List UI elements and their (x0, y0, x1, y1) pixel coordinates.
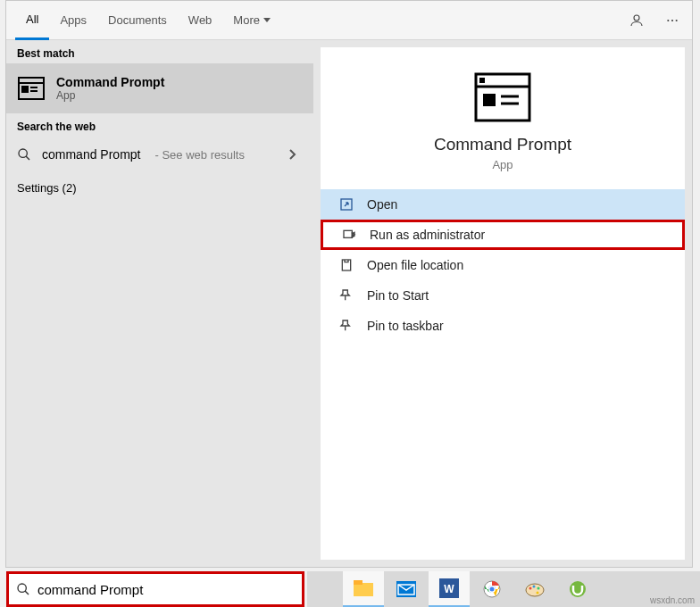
tabs-right-controls (626, 10, 683, 31)
taskbar-mail-icon[interactable] (386, 571, 427, 607)
svg-point-9 (19, 149, 27, 157)
search-box[interactable] (6, 571, 304, 607)
svg-rect-19 (342, 260, 350, 270)
svg-point-34 (538, 587, 540, 590)
tab-web[interactable]: Web (178, 1, 223, 40)
chevron-down-icon (263, 18, 271, 22)
taskbar-word-icon[interactable]: W (429, 571, 470, 607)
shield-icon (341, 227, 357, 243)
taskbar-file-explorer-icon[interactable] (343, 571, 384, 607)
search-content: Best match Command Prompt App Search the… (6, 40, 692, 567)
watermark: wsxdn.com (650, 595, 695, 605)
action-run-admin-label: Run as administrator (370, 228, 485, 242)
tab-more-label: More (233, 13, 260, 27)
best-match-text: Command Prompt App (56, 75, 164, 102)
svg-rect-14 (483, 94, 496, 106)
search-input[interactable] (38, 582, 295, 597)
svg-rect-22 (354, 583, 373, 596)
action-open-loc-label: Open file location (367, 258, 463, 272)
svg-point-32 (529, 587, 532, 590)
best-match-subtitle: App (56, 89, 164, 102)
best-match-title: Command Prompt (56, 75, 164, 89)
search-tabs: All Apps Documents Web More (6, 1, 692, 40)
svg-point-0 (634, 15, 639, 21)
preview-column: Command Prompt App Open Run as administr… (321, 47, 685, 560)
svg-rect-13 (479, 78, 485, 83)
search-icon (16, 582, 30, 596)
search-web-header: Search the web (6, 113, 313, 137)
svg-point-3 (676, 19, 678, 21)
web-result-suffix: - See web results (154, 148, 244, 162)
tab-apps[interactable]: Apps (49, 1, 97, 40)
results-column: Best match Command Prompt App Search the… (6, 40, 313, 567)
tab-more[interactable]: More (222, 1, 281, 40)
taskbar-utorrent-icon[interactable] (557, 571, 598, 607)
folder-icon (338, 257, 354, 273)
feedback-icon[interactable] (626, 10, 647, 31)
action-open[interactable]: Open (321, 189, 685, 220)
chevron-right-icon (288, 148, 303, 161)
action-open-file-location[interactable]: Open file location (321, 250, 685, 280)
best-match-header: Best match (6, 40, 313, 63)
taskbar: W (307, 571, 700, 607)
svg-point-30 (489, 586, 495, 592)
settings-header[interactable]: Settings (2) (6, 172, 313, 204)
svg-point-1 (667, 19, 669, 21)
svg-rect-23 (354, 580, 362, 585)
tab-all[interactable]: All (15, 1, 49, 40)
command-prompt-large-icon (474, 72, 531, 122)
command-prompt-icon (17, 74, 46, 103)
action-pin-start-label: Pin to Start (367, 288, 429, 303)
action-pin-to-start[interactable]: Pin to Start (321, 280, 685, 311)
more-options-icon[interactable] (662, 10, 683, 31)
pin-icon (338, 287, 354, 304)
svg-rect-18 (344, 230, 352, 237)
svg-point-33 (533, 586, 536, 588)
web-result-query: command Prompt (42, 147, 140, 162)
action-run-as-administrator[interactable]: Run as administrator (321, 220, 685, 250)
best-match-result[interactable]: Command Prompt App (6, 63, 313, 113)
preview-header: Command Prompt App (321, 47, 685, 189)
svg-point-2 (671, 19, 673, 21)
svg-line-10 (26, 156, 29, 160)
svg-text:W: W (444, 583, 454, 595)
svg-point-35 (537, 592, 539, 595)
preview-title: Command Prompt (434, 135, 571, 154)
action-list: Open Run as administrator Open file loca… (321, 189, 685, 341)
web-result[interactable]: command Prompt - See web results (6, 137, 313, 172)
taskbar-paint-icon[interactable] (514, 571, 555, 607)
tab-documents[interactable]: Documents (97, 1, 178, 40)
action-pin-to-taskbar[interactable]: Pin to taskbar (321, 311, 685, 341)
open-icon (338, 196, 354, 212)
search-icon (17, 147, 31, 162)
action-pin-taskbar-label: Pin to taskbar (367, 319, 444, 333)
svg-point-20 (18, 584, 26, 592)
taskbar-chrome-icon[interactable] (471, 571, 512, 607)
windows-search-panel: All Apps Documents Web More Best match (5, 0, 693, 568)
svg-line-21 (25, 591, 29, 595)
preview-subtitle: App (492, 158, 512, 171)
action-open-label: Open (367, 197, 397, 212)
svg-rect-6 (22, 87, 28, 92)
pin-taskbar-icon (338, 318, 354, 334)
